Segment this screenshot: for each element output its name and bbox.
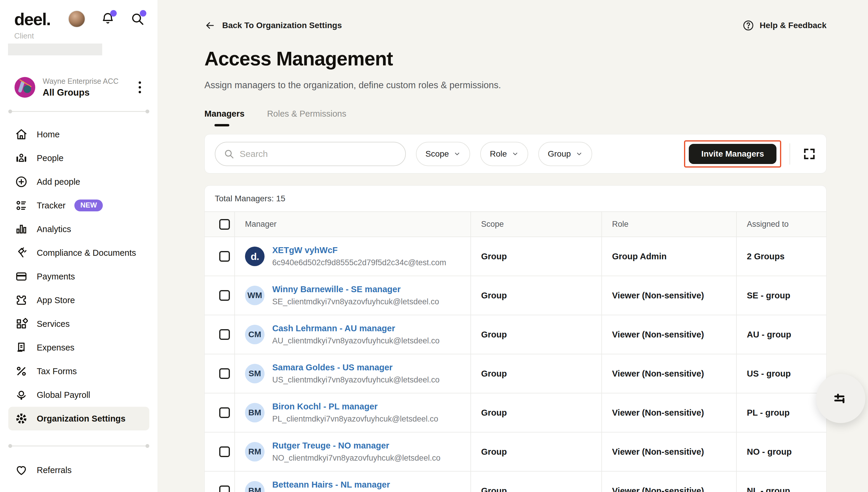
services-icon — [15, 317, 28, 330]
client-label: Client — [14, 31, 143, 41]
manager-avatar: SM — [245, 364, 264, 383]
row-checkbox[interactable] — [219, 446, 230, 457]
back-link-label: Back To Organization Settings — [222, 21, 342, 30]
manager-name-link[interactable]: Cash Lehrmann - AU manager — [272, 324, 440, 333]
column-header-role: Role — [602, 212, 736, 237]
sidebar-item[interactable]: Services — [8, 312, 149, 336]
org-settings-icon — [15, 412, 28, 425]
sidebar-item[interactable]: Home — [8, 123, 149, 146]
manager-avatar: d. — [245, 247, 264, 266]
tab[interactable]: Roles & Permissions — [267, 109, 346, 126]
back-to-org-settings-link[interactable]: Back To Organization Settings — [205, 20, 342, 31]
arrow-left-icon — [205, 20, 216, 31]
table-row: RM Rutger Treuge - NO manager NO_clientm… — [205, 432, 826, 471]
table-row: BM Biron Kochl - PL manager PL_clientmdk… — [205, 393, 826, 432]
tab-bar: Managers Roles & Permissions — [205, 109, 826, 126]
manager-name-link[interactable]: Betteann Hairs - NL manager — [272, 480, 439, 490]
sidebar-item-label: Global Payroll — [37, 390, 90, 400]
tab-label: Managers — [205, 109, 244, 118]
sidebar-item-label: Organization Settings — [37, 414, 125, 424]
filter-dropdown[interactable]: Group — [538, 142, 592, 166]
org-menu-button[interactable] — [134, 80, 146, 95]
table-row: CM Cash Lehrmann - AU manager AU_clientm… — [205, 315, 826, 354]
tax-forms-icon — [15, 365, 28, 378]
org-name: Wayne Enterprise ACC — [43, 77, 118, 85]
filter-label: Scope — [425, 149, 449, 159]
assigned-to-cell: NO - group — [736, 433, 826, 471]
fullscreen-button[interactable] — [802, 147, 816, 161]
table-row: BM Betteann Hairs - NL manager NL_client… — [205, 471, 826, 492]
user-avatar[interactable] — [68, 10, 85, 27]
row-checkbox[interactable] — [219, 290, 230, 301]
app-store-icon — [15, 294, 28, 307]
sidebar: deel. Client — [0, 0, 158, 492]
row-checkbox[interactable] — [219, 407, 230, 418]
managers-table-card: Total Managers: 15 Manager Scope Role As… — [205, 185, 826, 492]
manager-name-link[interactable]: Biron Kochl - PL manager — [272, 402, 438, 412]
global-payroll-icon — [15, 388, 28, 401]
assigned-to-cell: 2 Groups — [736, 237, 826, 276]
sidebar-item[interactable]: Payments — [8, 265, 149, 288]
tab[interactable]: Managers — [205, 109, 244, 126]
filter-dropdown[interactable]: Scope — [416, 142, 470, 166]
manager-email: NO_clientmdkyi7vn8yazovfuyhcuk@letsdeel.… — [272, 453, 441, 463]
tab-label: Roles & Permissions — [267, 109, 346, 118]
manager-name-link[interactable]: Winny Barnewille - SE manager — [272, 285, 439, 294]
sidebar-item[interactable]: Organization Settings — [8, 407, 149, 430]
org-switcher[interactable]: Wayne Enterprise ACC All Groups — [0, 77, 158, 98]
help-feedback-link[interactable]: Help & Feedback — [743, 20, 826, 31]
sidebar-item-label: Compliance & Documents — [37, 248, 136, 258]
search-box[interactable] — [215, 142, 406, 166]
role-cell: Viewer (Non-sensitive) — [602, 276, 736, 315]
sidebar-item[interactable]: Global Payroll — [8, 383, 149, 407]
search-input[interactable] — [240, 149, 397, 159]
manager-email: SE_clientmdkyi7vn8yazovfuyhcuk@letsdeel.… — [272, 297, 439, 306]
search-icon — [224, 149, 234, 159]
sidebar-item[interactable]: Tracker NEW — [8, 194, 149, 217]
row-checkbox[interactable] — [219, 329, 230, 340]
filter-label: Role — [490, 149, 507, 159]
help-link-label: Help & Feedback — [759, 21, 826, 30]
manager-name-link[interactable]: Samara Goldes - US manager — [272, 363, 440, 372]
global-search-button[interactable] — [130, 12, 145, 26]
row-checkbox[interactable] — [219, 368, 230, 379]
select-all-checkbox[interactable] — [219, 219, 230, 230]
row-checkbox[interactable] — [219, 486, 230, 492]
filter-dropdown[interactable]: Role — [480, 142, 528, 166]
role-cell: Viewer (Non-sensitive) — [602, 315, 736, 354]
people-icon — [15, 152, 28, 165]
heart-icon — [15, 464, 28, 476]
sidebar-item[interactable]: Referrals — [8, 458, 149, 482]
table-settings-fab[interactable] — [816, 374, 865, 423]
sidebar-item[interactable]: Expenses — [8, 336, 149, 360]
scope-cell: Group — [470, 276, 602, 315]
sidebar-item-label: Tax Forms — [37, 367, 77, 376]
sidebar-item[interactable]: Analytics — [8, 217, 149, 241]
search-notification-badge — [140, 10, 146, 17]
row-checkbox[interactable] — [219, 251, 230, 262]
assigned-to-cell: US - group — [736, 354, 826, 393]
main-content: Back To Organization Settings Help & Fee… — [158, 0, 868, 492]
sidebar-item[interactable]: Compliance & Documents — [8, 241, 149, 265]
kebab-icon — [138, 81, 141, 94]
sidebar-divider — [11, 111, 147, 112]
sidebar-item[interactable]: Tax Forms — [8, 360, 149, 383]
scope-cell: Group — [470, 315, 602, 354]
role-cell: Viewer (Non-sensitive) — [602, 472, 736, 492]
invite-managers-button[interactable]: Invite Managers — [689, 144, 776, 164]
sidebar-item-label: Expenses — [37, 343, 74, 352]
deel-logo: deel. — [14, 9, 50, 29]
chevron-down-icon — [512, 150, 519, 157]
sidebar-item[interactable]: People — [8, 146, 149, 170]
filter-label: Group — [548, 149, 571, 159]
sidebar-nav: Home People Add people Tracker NEW Analy… — [0, 123, 158, 430]
sidebar-item[interactable]: Add people — [8, 170, 149, 194]
total-managers: Total Managers: 15 — [205, 186, 826, 212]
notifications-button[interactable] — [101, 12, 115, 26]
manager-name-link[interactable]: Rutger Treuge - NO manager — [272, 441, 441, 450]
payments-icon — [15, 270, 28, 283]
manager-name-link[interactable]: XETgW vyhWcF — [272, 245, 446, 255]
column-header-scope: Scope — [470, 212, 602, 237]
manager-email: 6c940e6d502cf9d8555c2d79f5d2c34c@test.co… — [272, 258, 446, 267]
sidebar-item[interactable]: App Store — [8, 288, 149, 312]
